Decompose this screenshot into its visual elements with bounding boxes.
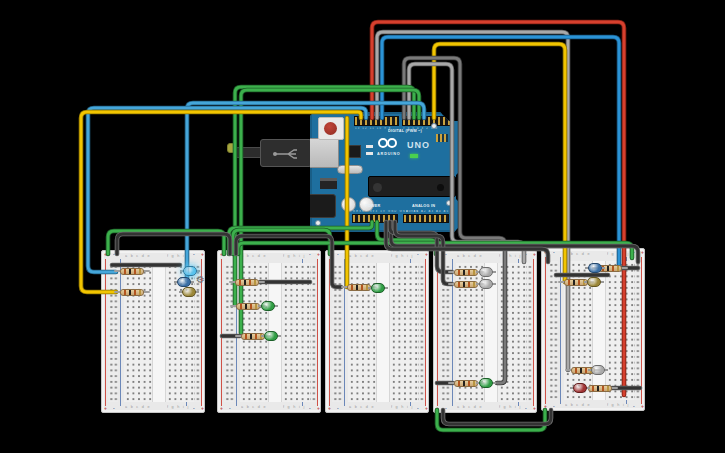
resistor-band <box>580 368 582 373</box>
resistor-band <box>463 381 465 386</box>
resistor-band <box>602 386 604 391</box>
resistor-band <box>240 304 242 309</box>
resistor-band <box>575 368 577 373</box>
resistor-band <box>607 386 609 391</box>
resistor[interactable] <box>235 279 259 286</box>
resistor-band <box>578 280 580 285</box>
resistor-band <box>607 266 609 271</box>
resistor-band <box>597 386 599 391</box>
resistor-band <box>458 270 460 275</box>
gear-icon[interactable]: ⚙ <box>196 275 205 285</box>
led-green[interactable] <box>371 283 385 293</box>
resistor-band <box>356 285 358 290</box>
resistor-band <box>468 282 470 287</box>
resistor-band <box>139 290 141 295</box>
led-gray[interactable] <box>479 279 493 289</box>
led-cyan[interactable] <box>183 266 197 276</box>
resistor-band <box>255 304 257 309</box>
led-darkred[interactable] <box>573 383 587 393</box>
component-layer <box>0 0 725 453</box>
led-blue[interactable] <box>177 277 191 287</box>
resistor-band <box>473 282 475 287</box>
led-gray[interactable] <box>591 365 605 375</box>
resistor-band <box>244 280 246 285</box>
resistor[interactable] <box>454 269 478 276</box>
resistor[interactable] <box>236 303 260 310</box>
led-green[interactable] <box>479 378 493 388</box>
resistor-band <box>473 381 475 386</box>
resistor-band <box>129 290 131 295</box>
resistor-band <box>124 290 126 295</box>
resistor-band <box>139 269 141 274</box>
resistor-band <box>568 280 570 285</box>
resistor-band <box>255 334 257 339</box>
resistor-band <box>473 270 475 275</box>
resistor-band <box>592 386 594 391</box>
led-green[interactable] <box>264 331 278 341</box>
led-olive[interactable] <box>587 277 601 287</box>
resistor-band <box>612 266 614 271</box>
resistor-band <box>250 334 252 339</box>
resistor-band <box>458 381 460 386</box>
resistor[interactable] <box>120 289 144 296</box>
led-green[interactable] <box>261 301 275 311</box>
resistor[interactable] <box>454 380 478 387</box>
resistor-band <box>245 334 247 339</box>
resistor-band <box>468 270 470 275</box>
resistor-band <box>245 304 247 309</box>
resistor-band <box>463 270 465 275</box>
resistor-band <box>134 290 136 295</box>
resistor[interactable] <box>120 268 144 275</box>
resistor-band <box>134 269 136 274</box>
resistor-band <box>468 381 470 386</box>
resistor-band <box>351 285 353 290</box>
resistor-band <box>239 280 241 285</box>
resistor[interactable] <box>454 281 478 288</box>
resistor-band <box>361 285 363 290</box>
resistor-band <box>254 280 256 285</box>
resistor-band <box>124 269 126 274</box>
led-blue[interactable] <box>588 263 602 273</box>
led-olive[interactable] <box>182 287 196 297</box>
resistor-band <box>249 280 251 285</box>
resistor-band <box>129 269 131 274</box>
led-gray[interactable] <box>479 267 493 277</box>
circuit-canvas: a b c d ef g h i ja b c d ef g h i j+--+… <box>0 0 725 453</box>
resistor-band <box>250 304 252 309</box>
resistor-band <box>463 282 465 287</box>
resistor-band <box>458 282 460 287</box>
resistor[interactable] <box>588 385 612 392</box>
resistor-band <box>585 368 587 373</box>
resistor-band <box>617 266 619 271</box>
resistor-band <box>573 280 575 285</box>
